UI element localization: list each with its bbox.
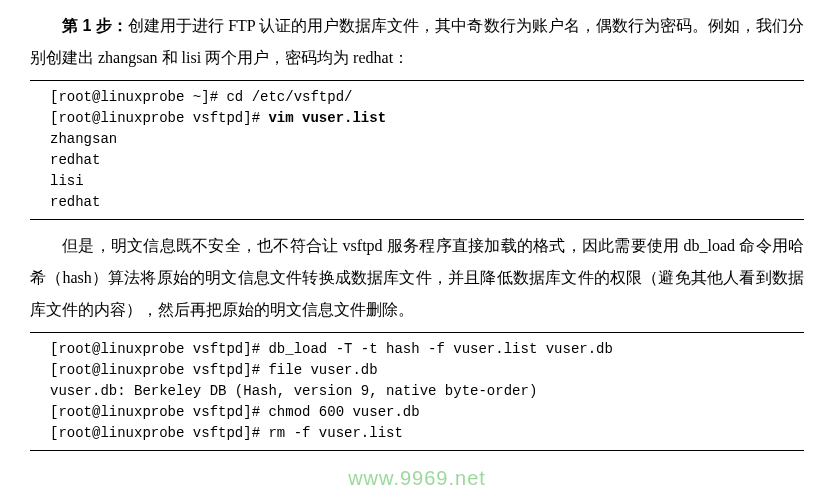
code-block-2: [root@linuxprobe vsftpd]# db_load -T -t … [30,332,804,451]
code1-line3: zhangsan [50,131,117,147]
code1-line5: lisi [50,173,84,189]
code-block-1: [root@linuxprobe ~]# cd /etc/vsftpd/ [ro… [30,80,804,220]
step-1-paragraph: 第 1 步：创建用于进行 FTP 认证的用户数据库文件，其中奇数行为账户名，偶数… [30,10,804,74]
code2-line4-cmd: chmod 600 vuser.db [268,404,419,420]
code1-line1-cmd: cd /etc/vsftpd/ [226,89,352,105]
code1-line2-cmd: vim vuser.list [268,110,386,126]
step-label: 第 1 步： [62,17,128,34]
watermark: www.9969.net [348,467,486,490]
code1-line2-prompt: [root@linuxprobe vsftpd]# [50,110,268,126]
code1-line6: redhat [50,194,100,210]
code2-line2-prompt: [root@linuxprobe vsftpd]# [50,362,268,378]
code1-line1-prompt: [root@linuxprobe ~]# [50,89,226,105]
code2-line2-cmd: file vuser.db [268,362,377,378]
code1-line4: redhat [50,152,100,168]
code2-line4-prompt: [root@linuxprobe vsftpd]# [50,404,268,420]
para1-text: 创建用于进行 FTP 认证的用户数据库文件，其中奇数行为账户名，偶数行为密码。例… [30,17,804,66]
code2-line1-prompt: [root@linuxprobe vsftpd]# [50,341,268,357]
para2-text: 但是，明文信息既不安全，也不符合让 vsftpd 服务程序直接加载的格式，因此需… [30,237,804,318]
code2-line5-prompt: [root@linuxprobe vsftpd]# [50,425,268,441]
para-2: 但是，明文信息既不安全，也不符合让 vsftpd 服务程序直接加载的格式，因此需… [30,230,804,326]
code2-line5-cmd: rm -f vuser.list [268,425,402,441]
code2-line1-cmd: db_load -T -t hash -f vuser.list vuser.d… [268,341,612,357]
code2-line3: vuser.db: Berkeley DB (Hash, version 9, … [50,383,537,399]
